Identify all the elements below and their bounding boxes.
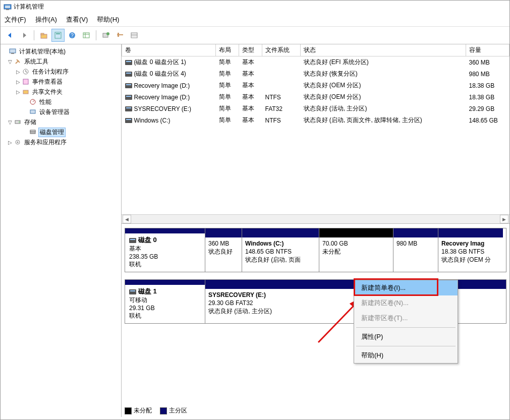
context-menu: 新建简单卷(I)... 新建跨区卷(N)... 新建带区卷(T)... 属性(P…: [354, 280, 458, 364]
toolbar: ?: [1, 26, 509, 44]
menu-bar: 文件(F) 操作(A) 查看(V) 帮助(H): [1, 13, 509, 26]
menu-view[interactable]: 查看(V): [66, 15, 88, 24]
disk-icon: [29, 128, 37, 136]
forward-button[interactable]: [18, 29, 31, 42]
toolbar-separator: [34, 30, 34, 40]
event-icon: [22, 78, 30, 86]
svg-rect-4: [41, 33, 44, 35]
svg-rect-2: [6, 9, 9, 10]
disk-0-info[interactable]: 磁盘 0 基本 238.35 GB 联机: [125, 228, 205, 272]
table-row[interactable]: Recovery Image (D:)简单基本NTFS状态良好 (OEM 分区)…: [122, 91, 509, 103]
settings-button[interactable]: [114, 29, 127, 42]
table-row[interactable]: Windows (C:)简单基本NTFS状态良好 (启动, 页面文件, 故障转储…: [122, 114, 509, 126]
col-volume[interactable]: 卷: [122, 44, 216, 56]
legend: 未分配 主分区: [125, 406, 187, 415]
disk-icon: [129, 238, 136, 243]
tree-event-viewer[interactable]: ▷事件查看器: [2, 77, 120, 87]
col-layout[interactable]: 布局: [216, 44, 239, 56]
toolbar-separator: [96, 30, 96, 40]
svg-rect-5: [55, 32, 61, 38]
app-icon: [4, 3, 12, 11]
partition[interactable]: Windows (C:)148.65 GB NTFS状态良好 (启动, 页面: [242, 228, 319, 272]
menu-new-simple-volume[interactable]: 新建简单卷(I)...: [354, 280, 458, 295]
svg-rect-13: [118, 33, 119, 37]
menu-new-spanned-volume: 新建跨区卷(N)...: [354, 295, 458, 311]
menu-file[interactable]: 文件(F): [5, 15, 26, 24]
volume-icon: [125, 83, 132, 88]
clock-icon: [22, 68, 30, 76]
volume-list[interactable]: 卷 布局 类型 文件系统 状态 容量 (磁盘 0 磁盘分区 1)简单基本状态良好…: [122, 44, 509, 224]
scroll-right-icon[interactable]: ▶: [500, 215, 508, 223]
up-button[interactable]: [37, 29, 50, 42]
tree-shared-folders[interactable]: ▷共享文件夹: [2, 87, 120, 97]
help-button[interactable]: ?: [66, 29, 79, 42]
menu-new-striped-volume: 新建带区卷(T)...: [354, 311, 458, 326]
horizontal-scrollbar[interactable]: ◀ ▶: [122, 214, 509, 223]
window-title: 计算机管理: [14, 3, 44, 11]
computer-icon: [9, 47, 17, 55]
svg-point-27: [17, 142, 19, 143]
svg-point-23: [19, 122, 20, 123]
volume-icon: [125, 72, 132, 77]
folder-icon: [22, 88, 30, 96]
svg-rect-16: [11, 53, 14, 54]
col-status[interactable]: 状态: [301, 44, 466, 56]
table-row[interactable]: SYSRECOVERY (E:)简单基本FAT32状态良好 (活动, 主分区)2…: [122, 103, 509, 114]
menu-help[interactable]: 帮助(H): [97, 15, 119, 24]
menu-properties[interactable]: 属性(P): [354, 329, 458, 344]
tools-icon: [14, 57, 22, 66]
menu-help[interactable]: 帮助(H): [354, 348, 458, 363]
tree-performance[interactable]: 性能: [2, 97, 120, 107]
svg-rect-18: [23, 79, 28, 84]
svg-rect-1: [5, 6, 10, 8]
svg-rect-14: [131, 33, 137, 38]
tree-system-tools[interactable]: ▽系统工具: [2, 56, 120, 67]
volume-icon: [125, 95, 132, 100]
computer-management-window: 计算机管理 文件(F) 操作(A) 查看(V) 帮助(H) ? 计算机管理(本地…: [0, 0, 510, 420]
tree-services[interactable]: ▷服务和应用程序: [2, 137, 120, 147]
col-type[interactable]: 类型: [239, 44, 262, 56]
device-icon: [29, 108, 37, 116]
tree-device-manager[interactable]: 设备管理器: [2, 107, 120, 117]
properties-button[interactable]: [51, 29, 65, 42]
menu-action[interactable]: 操作(A): [35, 15, 57, 24]
refresh-button[interactable]: [99, 29, 112, 42]
svg-rect-19: [23, 90, 28, 94]
back-button[interactable]: [4, 29, 17, 42]
storage-icon: [14, 118, 22, 126]
volume-icon: [125, 118, 132, 123]
tree-root[interactable]: 计算机管理(本地): [2, 46, 120, 56]
table-row[interactable]: (磁盘 0 磁盘分区 1)简单基本状态良好 (EFI 系统分区)360 MB: [122, 56, 509, 69]
volume-icon: [125, 60, 132, 65]
svg-rect-6: [56, 33, 60, 34]
col-fs[interactable]: 文件系统: [262, 44, 301, 56]
tree-storage[interactable]: ▽存储: [2, 117, 120, 127]
svg-rect-25: [30, 130, 35, 132]
scroll-left-icon[interactable]: ◀: [123, 215, 131, 223]
partition[interactable]: 980 MB: [393, 228, 438, 272]
svg-rect-15: [10, 49, 16, 53]
svg-point-11: [106, 32, 109, 35]
legend-swatch-unallocated: [125, 407, 132, 414]
partition[interactable]: 360 MB状态良好: [205, 228, 242, 272]
navigation-tree[interactable]: 计算机管理(本地) ▽系统工具 ▷任务计划程序 ▷事件查看器 ▷共享文件夹 性能…: [1, 44, 122, 417]
legend-swatch-primary: [160, 407, 167, 414]
list-button[interactable]: [128, 29, 141, 42]
svg-text:?: ?: [71, 33, 74, 38]
disk-0-row: 磁盘 0 基本 238.35 GB 联机 360 MB状态良好Windows (…: [125, 228, 506, 272]
partition-unallocated[interactable]: 70.00 GB未分配: [319, 228, 393, 272]
tree-task-scheduler[interactable]: ▷任务计划程序: [2, 67, 120, 77]
services-icon: [14, 138, 22, 146]
view-button[interactable]: [80, 29, 93, 42]
table-row[interactable]: Recovery Image (D:)简单基本状态良好 (OEM 分区)18.3…: [122, 80, 509, 91]
svg-rect-21: [30, 110, 35, 113]
disk-1-info[interactable]: 磁盘 1 可移动 29.31 GB 联机: [125, 280, 205, 323]
col-capacity[interactable]: 容量: [466, 44, 509, 56]
disk-icon: [129, 289, 136, 294]
svg-rect-9: [83, 33, 89, 38]
tree-disk-management[interactable]: 磁盘管理: [2, 127, 120, 137]
partition[interactable]: Recovery Imag18.38 GB NTFS状态良好 (OEM 分: [438, 228, 503, 272]
table-row[interactable]: (磁盘 0 磁盘分区 4)简单基本状态良好 (恢复分区)980 MB: [122, 68, 509, 80]
performance-icon: [29, 98, 37, 106]
volume-icon: [125, 106, 132, 111]
